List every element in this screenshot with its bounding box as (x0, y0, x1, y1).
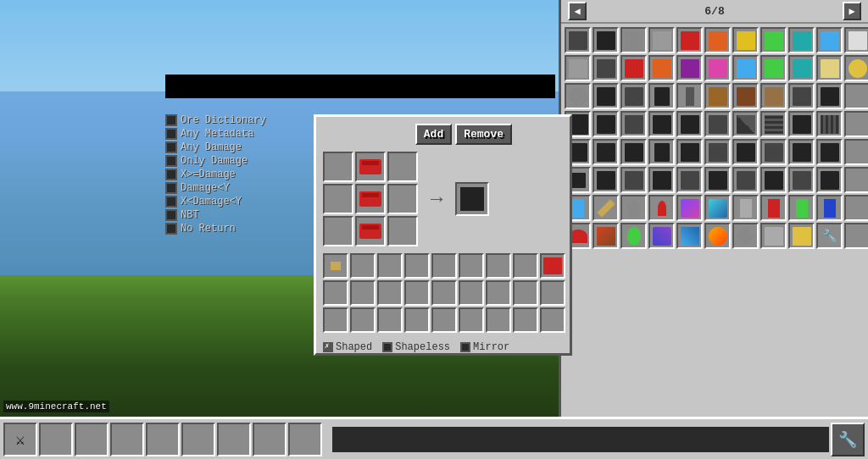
cb-only-damage[interactable]: Only Damage (165, 155, 326, 167)
item-15[interactable] (676, 55, 703, 81)
cb-any-damage[interactable]: Any Damage (165, 141, 326, 153)
item-51[interactable] (760, 139, 787, 165)
hotbar-slot-6[interactable] (217, 423, 251, 456)
ing-slot-16[interactable] (513, 280, 538, 306)
item-60[interactable] (704, 167, 731, 193)
ing-slot-11[interactable] (377, 280, 403, 306)
item-71[interactable] (704, 195, 731, 221)
cb-x-damage-y[interactable]: X<Damage<Y (165, 196, 326, 207)
craft-slot-0-1[interactable] (355, 152, 386, 182)
hotbar-slot-3[interactable] (110, 423, 144, 456)
item-49[interactable] (704, 139, 731, 165)
hotbar-slot-2[interactable] (75, 423, 108, 456)
ing-slot-26[interactable] (540, 307, 565, 333)
item-27[interactable] (704, 83, 731, 109)
result-slot[interactable] (455, 182, 489, 216)
item-69[interactable] (648, 195, 675, 221)
item-17[interactable] (732, 55, 759, 81)
item-86[interactable]: 🔧 (816, 223, 843, 249)
cb-no-return[interactable]: No Return (165, 223, 326, 235)
craft-slot-1-1[interactable] (355, 184, 386, 214)
item-40[interactable] (760, 111, 787, 137)
item-10[interactable] (844, 27, 868, 53)
item-13[interactable] (620, 55, 647, 81)
item-81[interactable] (676, 223, 703, 249)
hotbar-slot-0[interactable]: ⚔️ (3, 423, 37, 456)
item-45[interactable] (593, 139, 619, 165)
next-page-button[interactable]: ▶ (843, 2, 861, 20)
ing-slot-17[interactable] (540, 280, 565, 306)
item-1[interactable] (593, 27, 619, 53)
item-74[interactable] (788, 195, 815, 221)
item-64[interactable] (816, 167, 843, 193)
item-68[interactable] (620, 195, 647, 221)
item-54[interactable] (844, 139, 868, 165)
item-14[interactable] (648, 55, 675, 81)
ing-slot-12[interactable] (404, 280, 430, 306)
craft-slot-2-0[interactable] (323, 216, 353, 246)
cb-x-ge-damage[interactable]: X>=Damage (165, 169, 326, 180)
add-button[interactable]: Add (415, 124, 452, 145)
craft-slot-2-2[interactable] (387, 216, 418, 246)
craft-slot-2-1[interactable] (355, 216, 386, 246)
item-43[interactable] (844, 111, 868, 137)
ing-slot-22[interactable] (431, 307, 457, 333)
item-61[interactable] (732, 167, 759, 193)
item-46[interactable] (620, 139, 647, 165)
item-65[interactable] (844, 167, 868, 193)
item-6[interactable] (732, 27, 759, 53)
item-57[interactable] (620, 167, 647, 193)
item-83[interactable] (732, 223, 759, 249)
ing-slot-24[interactable] (486, 307, 511, 333)
cb-nbt[interactable]: NBT (165, 209, 326, 221)
ing-slot-7[interactable] (513, 253, 538, 279)
item-73[interactable] (760, 195, 787, 221)
ing-slot-2[interactable] (377, 253, 403, 279)
bottom-search-bar[interactable] (332, 427, 829, 452)
item-16[interactable] (704, 55, 731, 81)
ing-slot-8[interactable] (540, 253, 565, 279)
item-36[interactable] (648, 111, 675, 137)
item-23[interactable] (593, 83, 619, 109)
ing-slot-3[interactable] (404, 253, 430, 279)
ing-slot-0[interactable] (323, 253, 348, 279)
ing-slot-21[interactable] (404, 307, 430, 333)
ing-slot-18[interactable] (323, 307, 348, 333)
ing-slot-4[interactable] (431, 253, 457, 279)
item-35[interactable] (620, 111, 647, 137)
craft-slot-1-2[interactable] (387, 184, 418, 214)
item-19[interactable] (788, 55, 815, 81)
item-11[interactable] (565, 55, 591, 81)
item-70[interactable] (676, 195, 703, 221)
item-2[interactable] (620, 27, 647, 53)
search-bar[interactable] (165, 75, 555, 98)
hotbar-slot-1[interactable] (39, 423, 73, 456)
item-47[interactable] (648, 139, 675, 165)
item-76[interactable] (844, 195, 868, 221)
hotbar-slot-5[interactable] (181, 423, 215, 456)
item-25[interactable] (648, 83, 675, 109)
item-75[interactable] (816, 195, 843, 221)
item-39[interactable] (732, 111, 759, 137)
ing-slot-9[interactable] (323, 280, 348, 306)
item-50[interactable] (732, 139, 759, 165)
item-48[interactable] (676, 139, 703, 165)
ing-slot-5[interactable] (459, 253, 484, 279)
item-85[interactable] (788, 223, 815, 249)
hotbar-slot-8[interactable] (288, 423, 322, 456)
item-72[interactable] (732, 195, 759, 221)
cb-mirror[interactable]: Mirror (460, 341, 509, 353)
item-3[interactable] (648, 27, 675, 53)
item-67[interactable] (593, 195, 619, 221)
item-18[interactable] (760, 55, 787, 81)
item-59[interactable] (676, 167, 703, 193)
ing-slot-25[interactable] (513, 307, 538, 333)
item-21[interactable] (844, 55, 868, 81)
hotbar-slot-4[interactable] (146, 423, 180, 456)
item-84[interactable] (760, 223, 787, 249)
item-0[interactable] (565, 27, 591, 53)
item-30[interactable] (788, 83, 815, 109)
ing-slot-19[interactable] (350, 307, 376, 333)
ing-slot-20[interactable] (377, 307, 403, 333)
item-58[interactable] (648, 167, 675, 193)
